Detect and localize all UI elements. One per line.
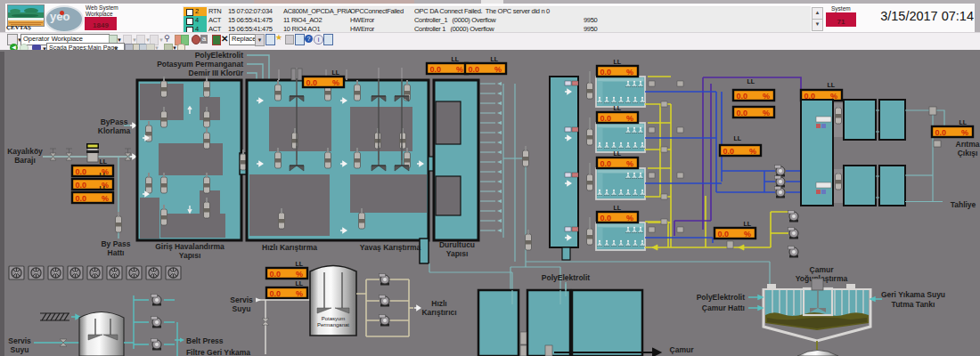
svg-text:Çamur: Çamur	[810, 265, 835, 274]
svg-text:Hattı: Hattı	[108, 248, 125, 257]
svg-text:PolyElektrolit: PolyElektrolit	[697, 293, 745, 302]
svg-text:Potasyum Permanganat: Potasyum Permanganat	[157, 60, 243, 69]
svg-text:LL: LL	[733, 135, 741, 142]
svg-text:LL: LL	[451, 56, 459, 62]
svg-text:LL: LL	[613, 150, 621, 157]
svg-text:Suyu: Suyu	[11, 345, 29, 354]
svg-text:Giriş Havalandırma: Giriş Havalandırma	[155, 242, 225, 251]
svg-text:LL: LL	[613, 205, 621, 211]
svg-text:Demir III Klorür: Demir III Klorür	[189, 69, 244, 77]
svg-text:LL: LL	[747, 78, 755, 85]
svg-text:Arıtma: Arıtma	[956, 140, 980, 149]
svg-text:Kayalıköy: Kayalıköy	[7, 147, 43, 156]
svg-text:LL: LL	[743, 221, 751, 227]
svg-text:By Pass: By Pass	[101, 239, 130, 248]
svg-text:Yavaş Karıştırma: Yavaş Karıştırma	[360, 243, 421, 252]
svg-text:LL: LL	[331, 69, 339, 76]
svg-text:LL: LL	[99, 185, 107, 191]
svg-text:Filtre Geri Yıkama: Filtre Geri Yıkama	[186, 348, 250, 356]
svg-text:LL: LL	[959, 119, 967, 125]
svg-text:Çıkışı: Çıkışı	[958, 149, 978, 158]
svg-text:Permanganat: Permanganat	[317, 322, 349, 328]
svg-text:LL: LL	[295, 280, 303, 287]
svg-text:Suyu: Suyu	[233, 304, 251, 313]
svg-text:LL: LL	[490, 56, 498, 62]
svg-text:Potasyum: Potasyum	[322, 316, 346, 321]
svg-text:Çamur Hattı: Çamur Hattı	[702, 303, 745, 312]
svg-text:Durultucu: Durultucu	[439, 240, 475, 249]
svg-text:LL: LL	[827, 82, 835, 88]
svg-text:ByPass: ByPass	[101, 117, 128, 126]
svg-text:Servis: Servis	[230, 295, 253, 304]
svg-text:Tutma Tankı: Tutma Tankı	[892, 300, 935, 309]
svg-text:Klorlama: Klorlama	[98, 126, 131, 135]
svg-text:LL: LL	[613, 105, 621, 111]
svg-text:Hızlı: Hızlı	[431, 299, 446, 308]
svg-text:Hızlı Karıştırma: Hızlı Karıştırma	[262, 243, 317, 252]
svg-text:Tahliye: Tahliye	[951, 200, 976, 209]
svg-text:LL: LL	[99, 172, 107, 178]
svg-text:PolyElektrolit: PolyElektrolit	[542, 273, 590, 282]
svg-text:Yapısı: Yapısı	[179, 251, 201, 260]
svg-text:Barajı: Barajı	[14, 156, 36, 165]
svg-text:Karıştırıcı: Karıştırıcı	[421, 308, 456, 317]
svg-text:Çamur: Çamur	[670, 345, 695, 354]
svg-text:LL: LL	[613, 59, 621, 65]
svg-text:LL: LL	[99, 158, 107, 165]
svg-text:Geri Yıkama Suyu: Geri Yıkama Suyu	[881, 290, 945, 299]
svg-text:Servis: Servis	[8, 336, 31, 345]
svg-text:PolyElektrolit: PolyElektrolit	[195, 52, 243, 60]
svg-text:LL: LL	[295, 261, 303, 267]
svg-text:Yapısı: Yapısı	[446, 249, 469, 258]
svg-text:Belt Press: Belt Press	[186, 336, 224, 345]
